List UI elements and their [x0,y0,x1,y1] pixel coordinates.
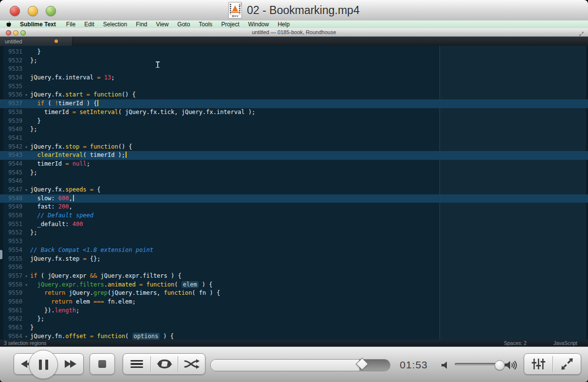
fullscreen-button[interactable] [553,354,581,374]
menu-item-project[interactable]: Project [217,21,243,28]
menu-item-file[interactable]: File [62,21,80,28]
fold-gutter [22,298,30,306]
code-line[interactable]: 9552}; [0,229,588,237]
code-line[interactable]: 9556 [0,263,588,272]
code-line[interactable]: 9558▾ jQuery.expr.filters.animated = fun… [0,281,588,289]
fold-arrow-icon[interactable]: ▾ [22,332,30,340]
fold-gutter [22,48,30,57]
status-bar: 3 selection regions Spaces: 2 JavaScript [0,340,588,346]
code-line[interactable]: 9536▾jQuery.fx.start = function() { [0,91,588,99]
code-line[interactable]: 9554// Back Compat <1.8 extension point [0,246,588,255]
code-line[interactable]: 9564▾jQuery.fn.offset = function( option… [0,332,588,340]
code-line[interactable]: 9546 [0,177,588,186]
code-line[interactable]: 9559 return jQuery.grep(jQuery.timers, f… [0,289,588,298]
menu-item-tools[interactable]: Tools [194,21,217,28]
code-line[interactable]: 9542▾jQuery.fx.stop = function() { [0,143,588,152]
fold-gutter [22,324,30,332]
selection-status: 3 selection regions [4,340,504,346]
playlist-button[interactable] [123,354,150,374]
line-number: 9549 [3,203,22,211]
indent-status[interactable]: Spaces: 2 [504,340,527,346]
fast-forward-button[interactable] [58,354,83,374]
code-line[interactable]: 9560 return elem === fn.elem; [0,298,588,306]
menu-item-view[interactable]: View [152,21,173,28]
line-number: 9539 [3,117,22,126]
line-number: 9546 [3,177,22,186]
menu-item-find[interactable]: Find [131,21,151,28]
code-line[interactable]: 9561 }).length; [0,306,588,315]
fold-arrow-icon[interactable]: ▾ [22,272,30,281]
menu-item-edit[interactable]: Edit [80,21,99,28]
repeat-icon [156,358,173,370]
code-line[interactable]: 9553 [0,237,588,246]
language-status[interactable]: JavaScript [553,340,577,346]
fold-gutter [22,194,30,203]
line-number: 9553 [3,237,22,246]
code-line[interactable]: 9539 } [0,117,588,126]
fold-gutter [22,117,30,126]
code-line[interactable]: 9540}; [0,125,588,134]
fold-arrow-icon[interactable]: ▾ [22,186,30,194]
line-number: 9561 [3,306,22,315]
code-line[interactable]: 9550 // Default speed [0,211,588,220]
playlist-icon [130,358,143,369]
fold-gutter [22,315,30,324]
code-line[interactable]: 9543 clearInterval( timerId ); [0,151,588,160]
fold-gutter [22,289,30,298]
code-line[interactable]: 9548 slow: 600, [0,194,588,203]
code-line[interactable]: 9541 [0,134,588,143]
code-line[interactable]: 9533 [0,65,588,74]
fold-arrow-icon[interactable]: ▾ [22,91,30,99]
code-line[interactable]: 9555jQuery.fx.step = {}; [0,255,588,264]
pause-button[interactable] [29,350,58,379]
code-line[interactable]: 9538 timerId = setInterval( jQuery.fx.ti… [0,108,588,117]
fold-gutter [22,65,30,74]
fold-arrow-icon[interactable]: ▾ [22,143,30,152]
line-number: 9540 [3,125,22,134]
menu-item-goto[interactable]: Goto [173,21,194,28]
stop-button[interactable] [90,353,115,375]
line-number: 9554 [3,246,22,255]
code-line[interactable]: 9534jQuery.fx.interval = 13; [0,74,588,82]
fold-gutter [22,255,30,264]
code-line[interactable]: 9544 timerId = null; [0,160,588,169]
vlc-cone-icon [232,5,238,11]
code-line[interactable]: 9557▾if ( jQuery.expr && jQuery.expr.fil… [0,272,588,281]
repeat-button[interactable] [151,354,178,374]
line-number: 9541 [3,134,22,143]
code-line[interactable]: 9537 if ( !timerId ) { [0,99,588,108]
line-number: 9537 [3,99,22,108]
line-number: 9543 [3,151,22,160]
line-number: 9564 [3,332,22,340]
line-number: 9559 [3,289,22,298]
code-line[interactable]: 9531 } [0,48,588,57]
code-line[interactable]: 9532}; [0,57,588,65]
menu-item-window[interactable]: Window [244,21,274,28]
tab-bar: untitled [0,37,588,46]
menu-item-sublime-text[interactable]: Sublime Text [16,21,62,28]
player-window: M4V 02 - Bookmarking.mp4 Sublime TextFil… [0,0,588,382]
code-line[interactable]: 9549 fast: 200, [0,203,588,211]
shuffle-button[interactable] [178,354,205,374]
pause-icon [39,360,42,370]
fold-arrow-icon[interactable]: ▾ [22,281,30,289]
equalizer-button[interactable] [524,354,552,374]
menu-item-selection[interactable]: Selection [99,21,131,28]
shuffle-icon [184,358,200,370]
apple-menu-icon[interactable] [6,21,12,28]
code-line[interactable]: 9547▾jQuery.fx.speeds = { [0,186,588,194]
volume-knob[interactable] [495,360,505,370]
code-line[interactable]: 9535 [0,82,588,91]
line-number: 9560 [3,298,22,306]
line-number: 9534 [3,74,22,82]
line-number: 9551 [3,220,22,229]
menu-item-help[interactable]: Help [273,21,294,28]
code-line[interactable]: 9545}; [0,169,588,177]
code-line[interactable]: 9562 }; [0,315,588,324]
code-line[interactable]: 9551 _default: 400 [0,220,588,229]
tab-untitled[interactable]: untitled [0,37,73,46]
fold-gutter [22,246,30,255]
sublime-window-title: untitled — 0185-book, Roundhouse [0,29,588,35]
code-editor[interactable]: 9531 }9532};95339534jQuery.fx.interval =… [0,46,588,340]
code-line[interactable]: 9563} [0,324,588,332]
